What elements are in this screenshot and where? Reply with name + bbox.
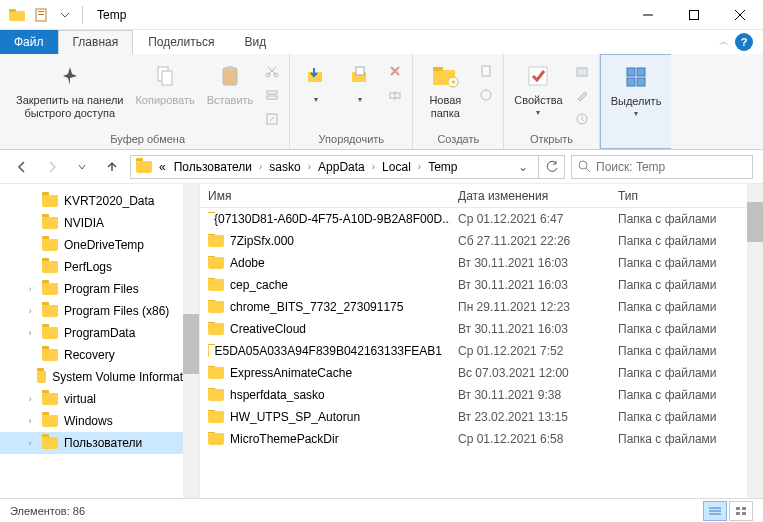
tree-item[interactable]: ›Program Files [0, 278, 199, 300]
rename-icon[interactable] [384, 84, 406, 106]
tab-view[interactable]: Вид [229, 30, 281, 54]
table-row[interactable]: {07130D81-A60D-4F75-A10D-9B2A8F00D... Ср… [200, 208, 747, 230]
group-organize: ▾ ▾ Упорядочить [290, 54, 413, 149]
up-button[interactable] [100, 155, 124, 179]
nav-tree[interactable]: KVRT2020_DataNVIDIAOneDriveTempPerfLogs›… [0, 184, 200, 498]
tree-item[interactable]: ›Windows [0, 410, 199, 432]
column-name[interactable]: Имя [200, 189, 450, 203]
open-icon[interactable] [571, 60, 593, 82]
select-button[interactable]: Выделить ▾ [607, 57, 666, 118]
table-row[interactable]: E5DA05A033A94F839B042163133FEAB1 Ср 01.1… [200, 340, 747, 362]
search-input[interactable] [596, 160, 746, 174]
tree-item[interactable]: ›Пользователи [0, 432, 199, 454]
expand-icon[interactable]: › [24, 306, 36, 316]
table-row[interactable]: ExpressAnimateCache Вс 07.03.2021 12:00 … [200, 362, 747, 384]
new-folder-button[interactable]: ✶ Новая папка [419, 56, 471, 119]
svg-line-37 [586, 168, 590, 172]
properties-button[interactable]: Свойства ▾ [510, 56, 566, 117]
back-button[interactable] [10, 155, 34, 179]
paste-icon [214, 60, 246, 92]
column-type[interactable]: Тип [610, 189, 747, 203]
qat-dropdown-icon[interactable] [54, 4, 76, 26]
paste-button[interactable]: Вставить [203, 56, 258, 107]
copyto-button[interactable]: ▾ [340, 56, 380, 104]
tree-item[interactable]: ›ProgramData [0, 322, 199, 344]
chevron-right-icon[interactable]: › [369, 161, 378, 172]
tree-item[interactable]: OneDriveTemp [0, 234, 199, 256]
new-item-icon[interactable] [475, 60, 497, 82]
edit-icon[interactable] [571, 84, 593, 106]
copy-path-icon[interactable] [261, 84, 283, 106]
close-button[interactable] [717, 0, 763, 30]
table-row[interactable]: CreativeCloud Вт 30.11.2021 16:03 Папка … [200, 318, 747, 340]
table-row[interactable]: cep_cache Вт 30.11.2021 16:03 Папка с фа… [200, 274, 747, 296]
paste-shortcut-icon[interactable] [261, 108, 283, 130]
maximize-button[interactable] [671, 0, 717, 30]
scrollbar-thumb[interactable] [183, 314, 199, 374]
folder-icon [42, 327, 58, 339]
tree-scrollbar[interactable] [183, 184, 199, 498]
breadcrumb-overflow[interactable]: « [155, 160, 170, 174]
tree-item[interactable]: NVIDIA [0, 212, 199, 234]
tab-home[interactable]: Главная [58, 30, 134, 54]
help-button[interactable]: ? [735, 33, 753, 51]
breadcrumb[interactable]: « Пользователи› sasko› AppData› Local› T… [130, 155, 539, 179]
window-title: Temp [97, 8, 126, 22]
svg-rect-44 [742, 512, 746, 515]
folder-icon [42, 239, 58, 251]
scrollbar-thumb[interactable] [747, 202, 763, 242]
expand-icon[interactable]: › [24, 416, 36, 426]
tree-item[interactable]: PerfLogs [0, 256, 199, 278]
svg-rect-12 [227, 66, 233, 70]
chevron-right-icon[interactable]: › [415, 161, 424, 172]
expand-icon[interactable]: › [24, 284, 36, 294]
recent-dropdown[interactable] [70, 155, 94, 179]
delete-icon[interactable] [384, 60, 406, 82]
select-all-icon [620, 61, 652, 93]
history-icon[interactable] [571, 108, 593, 130]
details-view-button[interactable] [703, 501, 727, 521]
minimize-button[interactable] [625, 0, 671, 30]
breadcrumb-segment[interactable]: AppData [314, 160, 369, 174]
moveto-button[interactable]: ▾ [296, 56, 336, 104]
pin-button[interactable]: Закрепить на панели быстрого доступа [12, 56, 127, 119]
tree-item[interactable]: Recovery [0, 344, 199, 366]
table-row[interactable]: hsperfdata_sasko Вт 30.11.2021 9:38 Папк… [200, 384, 747, 406]
properties-icon[interactable] [30, 4, 52, 26]
breadcrumb-segment[interactable]: sasko [265, 160, 304, 174]
table-row[interactable]: 7ZipSfx.000 Сб 27.11.2021 22:26 Папка с … [200, 230, 747, 252]
svg-point-28 [481, 90, 491, 100]
breadcrumb-segment[interactable]: Temp [424, 160, 461, 174]
file-list[interactable]: Имя Дата изменения Тип {07130D81-A60D-4F… [200, 184, 763, 498]
tab-share[interactable]: Поделиться [133, 30, 229, 54]
file-tab[interactable]: Файл [0, 30, 58, 54]
collapse-ribbon-icon[interactable]: ︿ [719, 35, 729, 49]
expand-icon[interactable]: › [24, 328, 36, 338]
table-row[interactable]: MicroThemePackDir Ср 01.12.2021 6:58 Пап… [200, 428, 747, 450]
search-box[interactable] [571, 155, 753, 179]
copy-button[interactable]: Копировать [131, 56, 198, 107]
column-date[interactable]: Дата изменения [450, 189, 610, 203]
breadcrumb-segment[interactable]: Local [378, 160, 415, 174]
tree-item[interactable]: System Volume Information [0, 366, 199, 388]
icons-view-button[interactable] [729, 501, 753, 521]
cut-icon[interactable] [261, 60, 283, 82]
breadcrumb-segment[interactable]: Пользователи [170, 160, 256, 174]
folder-icon[interactable] [6, 4, 28, 26]
table-row[interactable]: HW_UTPS_SP_Autorun Вт 23.02.2021 13:15 П… [200, 406, 747, 428]
refresh-button[interactable] [539, 155, 565, 179]
tree-item[interactable]: ›virtual [0, 388, 199, 410]
folder-icon [42, 195, 58, 207]
chevron-right-icon[interactable]: › [305, 161, 314, 172]
list-scrollbar[interactable] [747, 184, 763, 498]
tree-item[interactable]: ›Program Files (x86) [0, 300, 199, 322]
table-row[interactable]: Adobe Вт 30.11.2021 16:03 Папка с файлам… [200, 252, 747, 274]
chevron-right-icon[interactable]: › [256, 161, 265, 172]
expand-icon[interactable]: › [24, 438, 36, 448]
easy-access-icon[interactable] [475, 84, 497, 106]
breadcrumb-dropdown[interactable]: ⌄ [512, 160, 534, 174]
tree-item[interactable]: KVRT2020_Data [0, 190, 199, 212]
expand-icon[interactable]: › [24, 394, 36, 404]
forward-button[interactable] [40, 155, 64, 179]
table-row[interactable]: chrome_BITS_7732_273091175 Пн 29.11.2021… [200, 296, 747, 318]
